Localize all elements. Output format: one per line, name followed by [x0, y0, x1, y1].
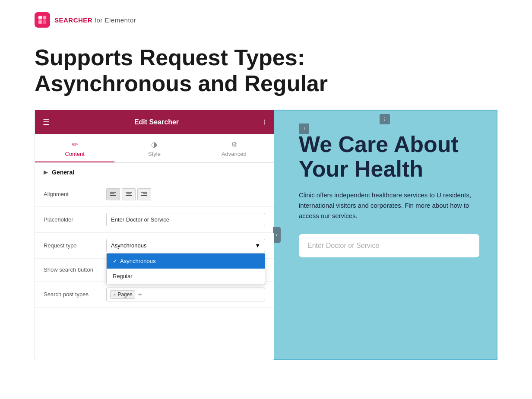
request-type-dropdown[interactable]: Asynchronous ▼: [106, 239, 265, 252]
dropdown-arrow-icon: ▼: [255, 242, 260, 249]
preview-content: ⁝ We Care About Your Health Clinic offer…: [299, 132, 479, 257]
show-search-button-label: Show search button: [44, 266, 106, 273]
request-type-label: Request type: [44, 242, 106, 249]
preview-panel: ⁝ ⁝ We Care About Your Health Clinic off…: [272, 110, 497, 360]
tab-content-label: Content: [65, 151, 85, 157]
brand-name: SEARCHER for Elementor: [54, 16, 136, 24]
section-label: General: [52, 169, 74, 176]
search-post-types-label: Search post types: [44, 291, 106, 298]
tab-content[interactable]: ✏ Content: [35, 134, 114, 162]
svg-rect-0: [38, 16, 42, 19]
svg-rect-7: [126, 192, 132, 193]
collapse-panel-button[interactable]: ‹: [273, 227, 281, 243]
tag-label: Pages: [117, 291, 132, 298]
svg-rect-11: [143, 193, 147, 194]
placeholder-row: Placeholder: [35, 207, 274, 233]
alignment-buttons: [106, 188, 265, 200]
align-center-button[interactable]: [122, 188, 136, 200]
request-type-control: Asynchronous ▼ ✓ Asynchronous Regular: [106, 239, 265, 252]
tab-advanced[interactable]: ⚙ Advanced: [194, 134, 274, 162]
preview-search-placeholder: Enter Doctor or Service: [307, 242, 379, 250]
placeholder-control: [106, 213, 265, 226]
gear-icon: ⚙: [231, 140, 237, 149]
option-asynchronous[interactable]: ✓ Asynchronous: [107, 253, 265, 269]
editor-tabs: ✏ Content ◑ Style ⚙ Advanced: [35, 134, 274, 163]
section-arrow-icon: ▶: [44, 169, 48, 175]
selected-option: Asynchronous: [111, 242, 146, 249]
preview-search-box[interactable]: Enter Doctor or Service: [299, 234, 479, 257]
drag-icon: ⁝: [384, 116, 386, 122]
alignment-control: [106, 188, 265, 200]
svg-rect-5: [110, 193, 114, 194]
editor-body: ▶ General Alignment: [35, 163, 274, 308]
svg-rect-9: [126, 195, 132, 196]
svg-rect-3: [43, 20, 46, 24]
section-general[interactable]: ▶ General: [35, 163, 274, 182]
main-content: ☰ Edit Searcher ⁝ ✏ Content ◑ Style ⚙ Ad…: [0, 110, 532, 360]
tab-advanced-label: Advanced: [222, 151, 247, 157]
request-type-menu: ✓ Asynchronous Regular: [106, 253, 265, 284]
alignment-label: Alignment: [44, 191, 106, 197]
editor-panel: ☰ Edit Searcher ⁝ ✏ Content ◑ Style ⚙ Ad…: [35, 110, 274, 360]
alignment-row: Alignment: [35, 182, 274, 207]
svg-rect-10: [141, 192, 147, 193]
tags-control: × Pages +: [106, 288, 265, 301]
hero-section: Supports Request Types: Asynchronous and…: [0, 36, 532, 110]
svg-rect-4: [110, 192, 116, 193]
handle-icon: ⁝: [304, 126, 305, 131]
option-regular[interactable]: Regular: [107, 269, 265, 284]
svg-rect-8: [127, 193, 131, 194]
svg-rect-6: [110, 195, 116, 196]
editor-header: ☰ Edit Searcher ⁝: [35, 110, 274, 134]
header: SEARCHER for Elementor: [0, 0, 532, 36]
search-post-types-row: Search post types × Pages +: [35, 282, 274, 308]
top-drag-handle[interactable]: ⁝: [380, 114, 390, 124]
style-icon: ◑: [151, 140, 157, 149]
align-right-button[interactable]: [137, 188, 151, 200]
editor-title: Edit Searcher: [134, 118, 179, 126]
tab-style[interactable]: ◑ Style: [114, 134, 194, 162]
preview-description: Clinic offers independent healthcare ser…: [299, 190, 472, 221]
tags-input[interactable]: × Pages +: [106, 288, 265, 301]
placeholder-label: Placeholder: [44, 216, 106, 223]
grid-icon[interactable]: ⁝: [263, 117, 266, 127]
tag-pages: × Pages: [110, 290, 135, 299]
svg-rect-1: [43, 16, 46, 19]
svg-rect-12: [141, 195, 147, 196]
svg-rect-2: [38, 20, 42, 24]
pencil-icon: ✏: [72, 140, 78, 149]
hamburger-icon[interactable]: ☰: [43, 117, 50, 127]
tag-remove-icon[interactable]: ×: [113, 292, 116, 297]
request-type-row: Request type Asynchronous ▼ ✓ Asynchrono…: [35, 233, 274, 259]
checkmark-icon: ✓: [113, 258, 117, 264]
chevron-left-icon: ‹: [276, 232, 278, 238]
content-drag-handle[interactable]: ⁝: [299, 124, 309, 134]
align-left-button[interactable]: [106, 188, 120, 200]
preview-title: We Care About Your Health: [299, 132, 479, 181]
placeholder-input[interactable]: [106, 213, 265, 226]
tab-style-label: Style: [148, 151, 161, 157]
hero-title: Supports Request Types: Asynchronous and…: [35, 45, 497, 97]
logo-icon: [35, 12, 50, 28]
tag-add-button[interactable]: +: [138, 291, 142, 298]
